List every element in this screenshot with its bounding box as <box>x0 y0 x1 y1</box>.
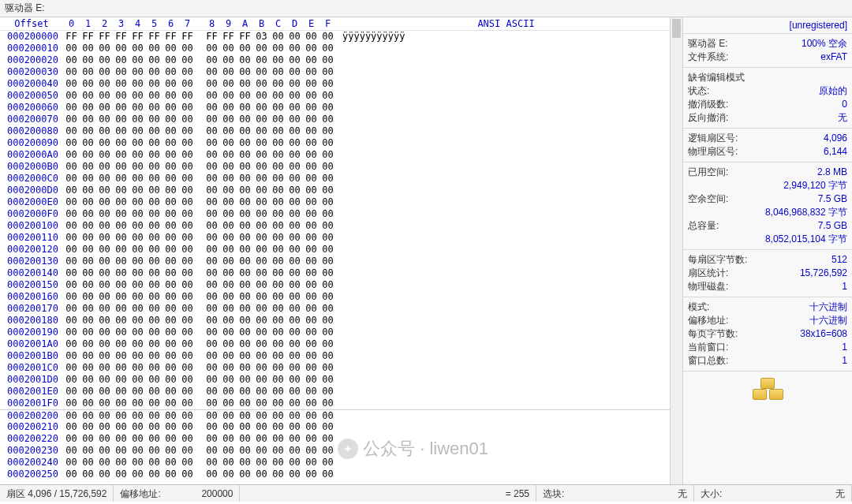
ascii-cell[interactable] <box>336 327 342 338</box>
hex-byte[interactable]: 00 <box>146 244 163 256</box>
hex-byte[interactable]: 00 <box>179 137 196 149</box>
hex-byte[interactable]: 00 <box>303 114 320 125</box>
hex-byte[interactable]: 00 <box>129 232 146 244</box>
hex-byte[interactable]: 00 <box>163 398 179 409</box>
hex-byte[interactable]: 00 <box>179 327 196 338</box>
hex-byte[interactable]: 00 <box>146 208 163 220</box>
hex-byte[interactable]: 00 <box>113 220 129 232</box>
hex-byte[interactable]: 00 <box>253 362 270 374</box>
hex-byte[interactable]: 00 <box>237 303 253 315</box>
hex-byte[interactable]: 00 <box>129 303 146 315</box>
hex-byte[interactable]: FF <box>80 31 96 43</box>
hex-byte[interactable]: 00 <box>179 410 196 421</box>
hex-row[interactable]: 0002001200000000000000000000000000000000… <box>0 244 670 256</box>
hex-byte[interactable]: 00 <box>80 102 96 114</box>
hex-byte[interactable]: 00 <box>179 291 196 303</box>
hex-byte[interactable]: 00 <box>96 196 113 208</box>
hex-byte[interactable]: 00 <box>303 196 320 208</box>
hex-byte[interactable]: 00 <box>80 315 96 327</box>
hex-byte[interactable]: 00 <box>320 267 336 279</box>
hex-byte[interactable]: 03 <box>253 31 270 43</box>
hex-byte[interactable]: 00 <box>303 125 320 137</box>
hex-byte[interactable]: 00 <box>220 208 237 220</box>
hex-byte[interactable]: 00 <box>286 66 303 78</box>
hex-byte[interactable]: 00 <box>163 303 179 315</box>
hex-byte[interactable]: 00 <box>163 102 179 114</box>
hex-byte[interactable]: 00 <box>96 338 113 350</box>
hex-byte[interactable]: 00 <box>179 421 196 433</box>
hex-byte[interactable]: 00 <box>220 43 237 54</box>
hex-byte[interactable]: 00 <box>204 421 220 433</box>
folder-icon[interactable] <box>769 389 783 400</box>
hex-byte[interactable]: 00 <box>286 256 303 267</box>
hex-byte[interactable]: 00 <box>286 149 303 161</box>
hex-byte[interactable]: 00 <box>163 161 179 173</box>
hex-row[interactable]: 0002000C00000000000000000000000000000000… <box>0 173 670 185</box>
ascii-cell[interactable] <box>336 196 342 208</box>
hex-byte[interactable]: 00 <box>303 208 320 220</box>
hex-byte[interactable]: 00 <box>320 31 336 43</box>
hex-row[interactable]: 0002000200000000000000000000000000000000… <box>0 54 670 66</box>
hex-byte[interactable]: 00 <box>253 185 270 196</box>
hex-byte[interactable]: 00 <box>113 433 129 445</box>
hex-byte[interactable]: 00 <box>63 196 80 208</box>
hex-byte[interactable]: 00 <box>129 410 146 421</box>
hex-byte[interactable]: 00 <box>286 114 303 125</box>
hex-byte[interactable]: 00 <box>80 161 96 173</box>
hex-byte[interactable]: 00 <box>113 125 129 137</box>
hex-byte[interactable]: 00 <box>320 173 336 185</box>
hex-byte[interactable]: 00 <box>220 149 237 161</box>
hex-byte[interactable]: 00 <box>146 232 163 244</box>
hex-row[interactable]: 000200000FFFFFFFFFFFFFFFFFFFFFF030000000… <box>0 31 670 43</box>
hex-byte[interactable]: 00 <box>113 43 129 54</box>
hex-byte[interactable]: 00 <box>129 374 146 386</box>
hex-byte[interactable]: 00 <box>270 279 286 291</box>
vertical-scrollbar[interactable] <box>670 17 682 484</box>
hex-byte[interactable]: 00 <box>320 149 336 161</box>
hex-byte[interactable]: 00 <box>163 421 179 433</box>
hex-byte[interactable]: 00 <box>270 125 286 137</box>
ascii-cell[interactable]: ÿÿÿÿÿÿÿÿÿÿÿ <box>336 31 405 43</box>
hex-byte[interactable]: 00 <box>129 208 146 220</box>
hex-byte[interactable]: 00 <box>129 196 146 208</box>
hex-byte[interactable]: 00 <box>220 362 237 374</box>
hex-row[interactable]: 0002000900000000000000000000000000000000… <box>0 137 670 149</box>
hex-byte[interactable]: 00 <box>253 66 270 78</box>
hex-byte[interactable]: 00 <box>320 54 336 66</box>
hex-byte[interactable]: 00 <box>80 256 96 267</box>
hex-byte[interactable]: 00 <box>163 315 179 327</box>
hex-byte[interactable]: 00 <box>129 433 146 445</box>
ascii-cell[interactable] <box>336 350 342 362</box>
ascii-cell[interactable] <box>336 137 342 149</box>
hex-byte[interactable]: 00 <box>303 398 320 409</box>
hex-byte[interactable]: 00 <box>96 398 113 409</box>
hex-byte[interactable]: 00 <box>270 102 286 114</box>
hex-byte[interactable]: 00 <box>63 185 80 196</box>
hex-byte[interactable]: 00 <box>146 256 163 267</box>
hex-byte[interactable]: 00 <box>163 327 179 338</box>
hex-row[interactable]: 0002001A00000000000000000000000000000000… <box>0 338 670 350</box>
hex-byte[interactable]: 00 <box>179 433 196 445</box>
hex-byte[interactable]: 00 <box>237 66 253 78</box>
hex-byte[interactable]: 00 <box>63 398 80 409</box>
hex-byte[interactable]: 00 <box>129 102 146 114</box>
hex-byte[interactable]: 00 <box>96 421 113 433</box>
hex-byte[interactable]: 00 <box>270 362 286 374</box>
hex-byte[interactable]: 00 <box>286 350 303 362</box>
hex-byte[interactable]: 00 <box>63 315 80 327</box>
hex-byte[interactable]: 00 <box>163 350 179 362</box>
hex-byte[interactable]: 00 <box>320 291 336 303</box>
hex-byte[interactable]: 00 <box>204 398 220 409</box>
hex-byte[interactable]: 00 <box>146 362 163 374</box>
hex-byte[interactable]: 00 <box>179 457 196 469</box>
hex-byte[interactable]: 00 <box>96 114 113 125</box>
hex-byte[interactable]: 00 <box>96 43 113 54</box>
hex-byte[interactable]: 00 <box>146 102 163 114</box>
hex-byte[interactable]: 00 <box>237 469 253 480</box>
hex-byte[interactable]: 00 <box>320 114 336 125</box>
hex-byte[interactable]: 00 <box>286 78 303 90</box>
hex-byte[interactable]: 00 <box>96 256 113 267</box>
hex-byte[interactable]: 00 <box>286 90 303 102</box>
ascii-cell[interactable] <box>336 114 342 125</box>
hex-byte[interactable]: 00 <box>303 78 320 90</box>
